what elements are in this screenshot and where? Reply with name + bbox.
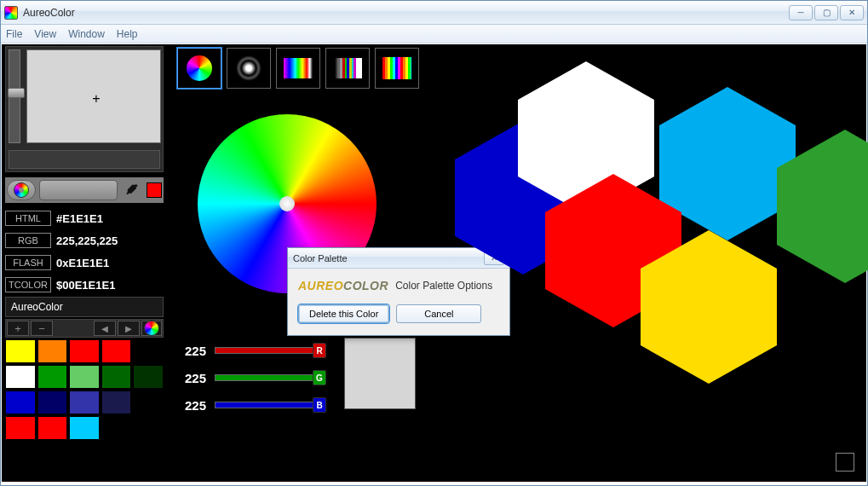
menu-file[interactable]: File — [6, 28, 22, 40]
palette-swatch[interactable] — [101, 391, 132, 414]
b-thumb[interactable]: B — [313, 397, 326, 413]
picker-tool-row — [5, 177, 164, 203]
swatch-grid-icon — [333, 58, 362, 78]
corner-swatch[interactable] — [836, 453, 854, 472]
flash-value[interactable]: 0xE1E1E1 — [56, 257, 109, 269]
palette-swatch[interactable] — [133, 365, 164, 389]
palette-swatch[interactable] — [101, 416, 132, 440]
brightness-slider[interactable] — [9, 49, 20, 143]
titlebar[interactable]: AureoColor ─ ▢ ✕ — [1, 1, 867, 25]
palette-remove-button[interactable]: − — [31, 321, 53, 336]
palette-swatch[interactable] — [69, 416, 100, 440]
slider-preview-swatch — [344, 338, 416, 409]
palette-swatch[interactable] — [133, 391, 164, 414]
rgb-label: RGB — [5, 233, 51, 248]
palette-add-button[interactable]: + — [7, 321, 29, 336]
active-color-swatch[interactable] — [147, 182, 162, 198]
color-field[interactable]: + — [26, 49, 161, 143]
picker-preview-strip — [9, 150, 160, 169]
tcolor-label: TCOLOR — [5, 277, 51, 292]
palette-swatch[interactable] — [133, 416, 164, 440]
wheel-icon — [187, 55, 212, 81]
client-area: + HTML #E1E1E1 — [2, 44, 866, 482]
color-wheel-icon — [144, 321, 159, 336]
palette-swatch[interactable] — [101, 365, 132, 389]
palette-swatch[interactable] — [37, 339, 68, 363]
palette-swatch[interactable] — [69, 339, 100, 363]
maximize-button[interactable]: ▢ — [814, 5, 838, 20]
palette-swatch[interactable] — [101, 339, 132, 363]
g-slider[interactable]: G — [215, 374, 325, 381]
g-thumb[interactable]: G — [313, 370, 326, 385]
palette-swatch[interactable] — [5, 416, 36, 440]
main-canvas: 225 R 225 G 225 B — [174, 46, 863, 480]
app-icon — [4, 6, 18, 20]
palette-swatch[interactable] — [69, 391, 100, 414]
delete-color-button[interactable]: Delete this Color — [298, 304, 389, 323]
b-value: 225 — [174, 398, 206, 413]
palette-swatch[interactable] — [69, 365, 100, 389]
mode-gradient-button[interactable] — [276, 48, 320, 89]
color-palette-dialog: Color Palette ✕ AUREOCOLOR Color Palette… — [287, 247, 510, 336]
palette-wheel-button[interactable] — [141, 321, 162, 336]
dialog-title: Color Palette — [293, 253, 348, 263]
app-title: AureoColor — [23, 7, 75, 19]
crosshair-icon: + — [90, 93, 102, 105]
r-thumb[interactable]: R — [313, 343, 326, 358]
palette-name[interactable]: AureoColor — [5, 297, 164, 317]
cancel-button[interactable]: Cancel — [396, 304, 481, 323]
b-slider[interactable]: B — [215, 402, 325, 408]
current-swatch-button[interactable] — [39, 180, 118, 200]
palette-swatch[interactable] — [133, 339, 164, 363]
eyedropper-icon — [124, 182, 140, 198]
mode-disc-button[interactable] — [227, 48, 271, 89]
palette-swatch[interactable] — [5, 339, 36, 363]
color-value-list: HTML #E1E1E1 RGB 225,225,225 FLASH 0xE1E… — [5, 208, 164, 297]
palette-controls: + − ◄ ► — [5, 319, 164, 338]
rgb-value[interactable]: 225,225,225 — [56, 234, 118, 247]
app-window: AureoColor ─ ▢ ✕ File View Window Help + — [0, 0, 868, 486]
logo-part-a: AUREO — [298, 279, 343, 292]
sidebar: + HTML #E1E1E1 — [2, 44, 169, 482]
palette-swatch[interactable] — [5, 365, 36, 389]
bars-icon — [382, 57, 411, 79]
mode-wheel-button[interactable] — [177, 48, 221, 89]
gradient-icon — [284, 58, 313, 78]
palette-prev-button[interactable]: ◄ — [94, 321, 116, 336]
dialog-subtitle: Color Palette Options — [395, 280, 492, 292]
palette-next-button[interactable]: ► — [118, 321, 140, 336]
flash-label: FLASH — [5, 255, 51, 270]
menubar: File View Window Help — [1, 25, 867, 43]
eyedropper-button[interactable] — [121, 180, 143, 200]
close-button[interactable]: ✕ — [840, 5, 864, 20]
g-value: 225 — [174, 371, 206, 385]
color-wheel-icon — [14, 182, 29, 198]
palette-swatch[interactable] — [37, 416, 68, 440]
menu-view[interactable]: View — [34, 28, 56, 40]
disc-icon — [236, 55, 262, 81]
mode-bars-button[interactable] — [375, 48, 419, 89]
menu-help[interactable]: Help — [117, 28, 138, 40]
palette-grid — [5, 339, 164, 440]
mode-grid-button[interactable] — [325, 48, 370, 89]
dialog-titlebar[interactable]: Color Palette ✕ — [288, 248, 509, 269]
palette-swatch[interactable] — [37, 365, 68, 389]
tcolor-value[interactable]: $00E1E1E1 — [56, 279, 115, 292]
palette-swatch[interactable] — [5, 391, 36, 414]
r-slider[interactable]: R — [215, 347, 325, 354]
rgb-sliders: 225 R 225 G 225 B — [174, 338, 325, 419]
palette-swatch[interactable] — [37, 391, 68, 414]
picker-mode-strip — [177, 48, 419, 89]
color-picker-panel: + — [5, 46, 164, 172]
r-value: 225 — [174, 344, 206, 358]
html-value[interactable]: #E1E1E1 — [56, 212, 103, 225]
wheel-mode-button[interactable] — [7, 180, 36, 200]
html-label: HTML — [5, 211, 51, 226]
logo-part-b: COLOR — [343, 279, 388, 292]
minimize-button[interactable]: ─ — [789, 5, 813, 20]
menu-window[interactable]: Window — [68, 28, 105, 40]
